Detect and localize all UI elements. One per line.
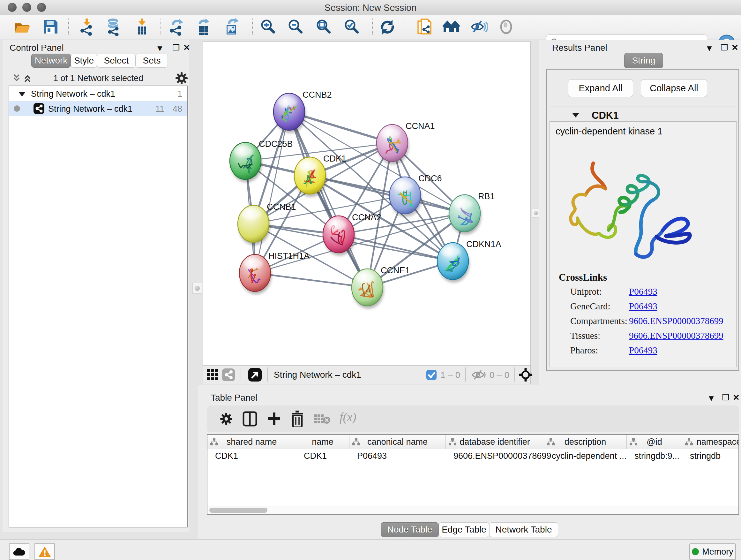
collapse-all-button[interactable]: Collapse All [641,79,707,97]
vertical-splitter-handle[interactable] [192,283,202,294]
network-node-ccna2[interactable]: CCNA2 [323,212,381,256]
zoom-out-button[interactable] [286,18,305,36]
tab-style[interactable]: Style [71,54,97,68]
zoom-selected-button[interactable] [343,18,360,36]
vertical-splitter-handle[interactable] [532,208,540,218]
network-node-hist1h1a[interactable]: HIST1H1A [239,251,310,294]
close-panel-icon[interactable]: ✕ [731,44,738,52]
network-node-rb1[interactable]: RB1 [449,192,495,235]
hide-selected-button[interactable] [470,18,488,36]
close-panel-icon[interactable]: ✕ [733,393,740,401]
tab-sets[interactable]: Sets [136,54,168,68]
share-view-icon[interactable] [222,368,235,381]
table-cell[interactable]: CDK1 [296,449,349,463]
table-cell[interactable]: cyclin-dependent ... [544,449,627,463]
table-toolbar: f(x) [207,406,739,432]
column-header-canonical-name[interactable]: canonical name [349,435,446,449]
tab-network[interactable]: Network [31,54,71,68]
export-network-button[interactable] [167,18,185,36]
delete-column-icon[interactable] [290,411,305,427]
memory-button[interactable]: Memory [689,543,736,560]
expand-all-icon[interactable] [22,73,33,83]
save-session-button[interactable] [42,18,59,36]
tab-network-table[interactable]: Network Table [489,522,558,537]
network-edge[interactable] [255,112,289,273]
import-network-database-button[interactable] [105,18,123,36]
tab-select[interactable]: Select [97,54,136,68]
import-network-file-button[interactable] [78,18,96,36]
panel-menu-icon[interactable]: ▼ [156,44,164,52]
gear-icon[interactable] [219,412,233,426]
table-cell[interactable]: stringdb [682,449,739,463]
network-from-file-button[interactable] [415,18,433,36]
table-cell[interactable]: CDK1 [207,449,296,463]
crosslink-link[interactable]: P06493 [629,287,657,297]
column-header-name[interactable]: name [296,435,349,449]
table-cell[interactable]: stringdb:9... [627,449,682,463]
float-panel-icon[interactable]: ❒ [721,44,728,52]
crosslink-link[interactable]: 9606.ENSP00000378699 [629,316,724,326]
scrollbar-thumb[interactable] [209,508,267,513]
open-session-button[interactable] [13,18,31,36]
crosshair-icon[interactable] [519,368,532,381]
crosslink-link[interactable]: P06493 [629,301,657,312]
export-table-button[interactable] [195,18,212,36]
close-panel-icon[interactable]: ✕ [183,44,190,52]
expand-all-button[interactable]: Expand All [568,79,633,97]
network-node-ccne1[interactable]: CCNE1 [352,266,410,309]
cloud-button[interactable] [9,543,29,560]
warnings-button[interactable] [35,543,55,560]
grid-view-icon[interactable] [207,369,219,381]
column-header-database-identifier[interactable]: database identifier [446,435,544,449]
float-panel-icon[interactable]: ❒ [722,393,729,401]
crosslink-link[interactable]: P06493 [629,345,657,356]
crosslink-link[interactable]: 9606.ENSP00000378699 [629,330,724,341]
zoom-fit-button[interactable] [315,18,333,36]
section-collapse-icon[interactable] [572,112,580,118]
export-image-button[interactable] [223,18,241,36]
network-collection-row[interactable]: String Network – cdk1 1 [9,86,187,101]
table-cell[interactable]: P06493 [349,449,446,463]
node-table[interactable]: shared namenamecanonical namedatabase id… [207,434,739,515]
network-graph[interactable]: CCNB2CCNA1CDC25BCDK1CDC6RB1CCNB1CCNA2CDK… [203,42,530,365]
protein-section-header[interactable]: CDK1 [549,107,736,122]
network-node-ccnb2[interactable]: CCNB2 [273,90,332,133]
horizontal-scrollbar[interactable] [207,506,738,514]
network-canvas[interactable]: CCNB2CCNA1CDC25BCDK1CDC6RB1CCNB1CCNA2CDK… [203,42,531,365]
selected-checkbox-icon[interactable] [426,370,436,380]
import-table-button[interactable] [133,18,151,36]
tab-string[interactable]: String [624,53,663,68]
table-row[interactable]: CDK1CDK1P064939606.ENSP00000378699cyclin… [207,449,739,463]
network-edge[interactable] [255,273,367,287]
first-neighbors-button[interactable] [442,18,460,36]
float-panel-icon[interactable]: ❒ [172,44,180,52]
network-node-ccna1[interactable]: CCNA1 [377,121,435,165]
zoom-in-button[interactable] [259,18,277,36]
network-node-cdc25b[interactable]: CDC25B [230,139,293,182]
collapse-all-icon[interactable] [11,73,22,83]
tab-node-table[interactable]: Node Table [381,522,439,537]
network-edge[interactable] [289,112,367,287]
add-column-icon[interactable] [267,411,281,427]
network-node-cdk1[interactable]: CDK1 [294,154,346,197]
show-columns-icon[interactable] [243,411,257,427]
network-node-cdkn1a[interactable]: CDKN1A [437,240,501,283]
panel-menu-icon[interactable]: ▼ [707,394,716,402]
zoom-fit-icon [315,18,333,36]
column-header-shared-name[interactable]: shared name [207,435,296,449]
apply-layout-button[interactable] [379,18,396,36]
gear-icon[interactable] [175,71,188,85]
panel-menu-icon[interactable]: ▼ [705,44,714,52]
table-cell[interactable]: 9606.ENSP00000378699 [446,449,544,463]
tab-edge-table[interactable]: Edge Table [439,522,489,537]
tree-hierarchy-icon [448,438,457,446]
tree-expand-icon[interactable] [18,91,26,97]
column-header-description[interactable]: description [544,435,627,449]
zoom-out-icon [286,18,305,36]
show-all-button[interactable] [497,18,515,36]
column-header-namespace[interactable]: namespace [682,435,739,449]
network-node-ccnb1[interactable]: CCNB1 [238,202,296,245]
open-in-new-icon[interactable] [248,368,262,381]
column-header--id[interactable]: @id [627,435,682,449]
network-row-selected[interactable]: String Network – cdk1 11 48 [9,101,187,116]
